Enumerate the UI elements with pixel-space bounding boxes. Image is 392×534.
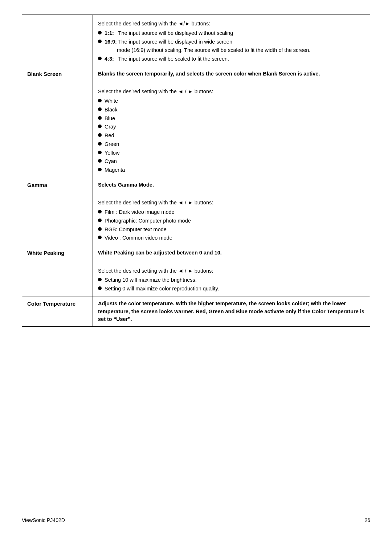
bullet-text: 16:9: The input source will be displayed… <box>105 38 365 46</box>
page-container: Select the desired setting with the ◄/► … <box>0 0 392 534</box>
list-item: Green <box>98 140 365 148</box>
list-item: Gray <box>98 123 365 131</box>
list-item: RGB: Computer text mode <box>98 226 365 234</box>
bullet-text: 4:3: The input source will be scaled to … <box>105 55 365 63</box>
row-label <box>22 15 93 67</box>
row-heading: Blanks the screen temporarily, and selec… <box>98 70 365 78</box>
select-instruction: Select the desired setting with the ◄ / … <box>98 267 365 275</box>
footer-brand: ViewSonic PJ402D <box>22 517 65 523</box>
bullet-icon <box>98 227 102 231</box>
bullet-text: Film : Dark video image mode <box>105 208 365 216</box>
table-row: Gamma Selects Gamma Mode. Select the des… <box>22 178 370 246</box>
bullet-text: Magenta <box>105 166 365 174</box>
bullet-icon <box>98 219 102 222</box>
bullet-icon <box>98 57 102 60</box>
bullet-text: RGB: Computer text mode <box>105 226 365 234</box>
bullet-text: Yellow <box>105 149 365 157</box>
bullet-icon <box>98 107 102 111</box>
bullet-text: White <box>105 97 365 105</box>
bullet-icon <box>98 210 102 213</box>
bullet-text: Setting 0 will maximize color reproducti… <box>105 285 365 293</box>
list-item: Blue <box>98 115 365 123</box>
row-content: Select the desired setting with the ◄/► … <box>93 15 370 67</box>
bullet-icon <box>98 40 102 43</box>
content-table: Select the desired setting with the ◄/► … <box>22 15 370 327</box>
table-row: Blank Screen Blanks the screen temporari… <box>22 67 370 178</box>
page-footer: ViewSonic PJ402D 26 <box>22 517 370 523</box>
table-row: Select the desired setting with the ◄/► … <box>22 15 370 67</box>
bullet-text: 1:1: The input source will be displayed … <box>105 29 365 37</box>
label-text: Gamma <box>27 182 47 188</box>
list-item: Black <box>98 106 365 114</box>
list-item: 1:1: The input source will be displayed … <box>98 29 365 37</box>
row-label: Blank Screen <box>22 67 93 178</box>
bullet-icon <box>98 278 102 281</box>
row-content: White Peaking can be adjusted between 0 … <box>93 246 370 297</box>
bullet-icon <box>98 168 102 171</box>
list-item: Film : Dark video image mode <box>98 208 365 216</box>
bullet-icon <box>98 116 102 120</box>
bullet-icon <box>98 236 102 239</box>
bullet-text: Cyan <box>105 158 365 166</box>
list-item: 16:9: The input source will be displayed… <box>98 38 365 46</box>
bullet-icon <box>98 159 102 163</box>
bullet-text: Photographic: Computer photo mode <box>105 217 365 225</box>
label-text: White Peaking <box>27 250 65 256</box>
row-heading: Adjusts the color temperature. With the … <box>98 300 365 323</box>
brand-name: ViewSonic <box>22 517 45 523</box>
table-row: Color Temperature Adjusts the color temp… <box>22 297 370 326</box>
list-item: Photographic: Computer photo mode <box>98 217 365 225</box>
row-content: Selects Gamma Mode. Select the desired s… <box>93 178 370 246</box>
bullet-text: Setting 10 will maximize the brightness. <box>105 276 365 284</box>
bullet-icon <box>98 31 102 34</box>
list-item: Setting 0 will maximize color reproducti… <box>98 285 365 293</box>
bullet-icon <box>98 133 102 137</box>
list-item: 4:3: The input source will be scaled to … <box>98 55 365 63</box>
table-row: White Peaking White Peaking can be adjus… <box>22 246 370 297</box>
row-content: Adjusts the color temperature. With the … <box>93 297 370 326</box>
bullet-text: Red <box>105 132 365 140</box>
select-instruction: Select the desired setting with the ◄/► … <box>98 20 365 28</box>
bullet-text: Black <box>105 106 365 114</box>
sub-text: mode (16:9) without scaling. The source … <box>117 46 365 54</box>
label-text: Color Temperature <box>27 301 75 307</box>
row-label: Color Temperature <box>22 297 93 326</box>
label-text: Blank Screen <box>27 71 62 77</box>
bullet-icon <box>98 125 102 128</box>
bullet-text: Video : Common video mode <box>105 234 365 242</box>
list-item: Setting 10 will maximize the brightness. <box>98 276 365 284</box>
select-instruction: Select the desired setting with the ◄ / … <box>98 88 365 96</box>
page-number: 26 <box>364 517 370 523</box>
list-item: Yellow <box>98 149 365 157</box>
select-instruction: Select the desired setting with the ◄ / … <box>98 199 365 207</box>
bullet-text: Gray <box>105 123 365 131</box>
bullet-icon <box>98 151 102 154</box>
list-item: White <box>98 97 365 105</box>
bullet-icon <box>98 142 102 146</box>
model-name: PJ402D <box>47 517 65 523</box>
bullet-text: Green <box>105 140 365 148</box>
bullet-icon <box>98 99 102 102</box>
list-item: Video : Common video mode <box>98 234 365 242</box>
row-heading: White Peaking can be adjusted between 0 … <box>98 249 365 257</box>
bullet-icon <box>98 286 102 290</box>
list-item: Red <box>98 132 365 140</box>
row-label: White Peaking <box>22 246 93 297</box>
list-item: Cyan <box>98 158 365 166</box>
bullet-text: Blue <box>105 115 365 123</box>
list-item: Magenta <box>98 166 365 174</box>
row-heading: Selects Gamma Mode. <box>98 181 365 189</box>
row-content: Blanks the screen temporarily, and selec… <box>93 67 370 178</box>
row-label: Gamma <box>22 178 93 246</box>
